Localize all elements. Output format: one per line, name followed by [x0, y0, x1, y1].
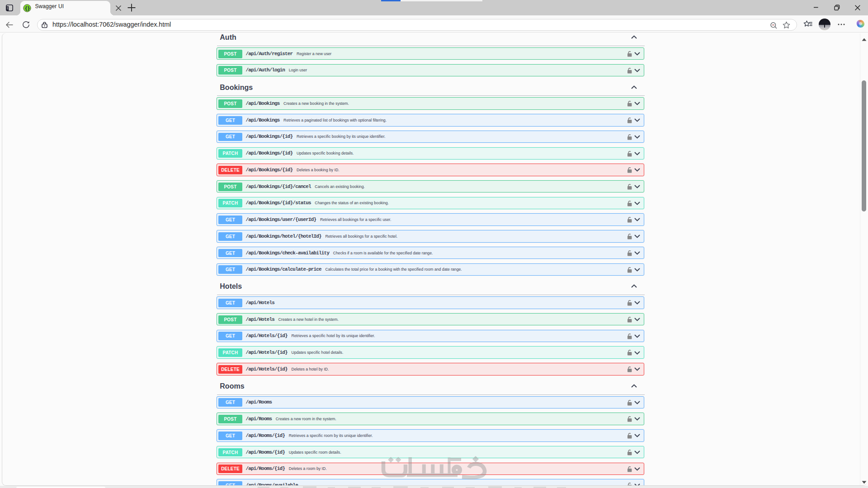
svg-text:{: { [25, 5, 28, 11]
svg-text:}: } [28, 5, 30, 11]
